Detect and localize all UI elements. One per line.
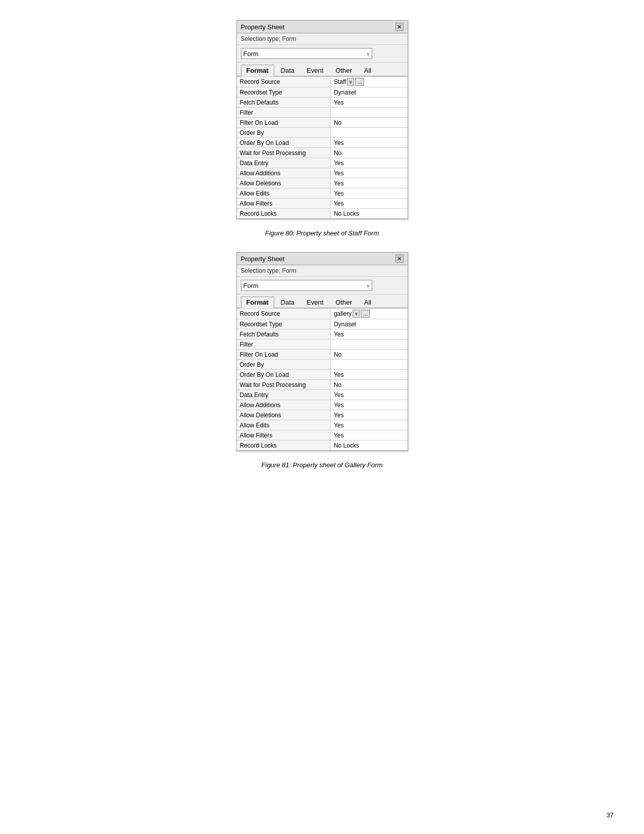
property-value: [330, 128, 407, 138]
form-dropdown-figure81[interactable]: Form ∨: [241, 280, 372, 291]
table-row: Allow Additions Yes: [237, 168, 408, 178]
property-value: Yes: [330, 97, 407, 108]
table-row: Order By: [237, 360, 408, 370]
property-value: Yes: [330, 430, 407, 440]
properties-table-figure80: Record Source Staff ∨ … Recordset Type D…: [237, 76, 408, 219]
value-with-controls: Staff ∨ …: [334, 78, 405, 86]
value-dropdown-arrow[interactable]: ∨: [353, 310, 360, 318]
property-value: gallery ∨ …: [330, 309, 407, 319]
property-value: Yes: [330, 390, 407, 400]
table-row: Allow Filters Yes: [237, 430, 408, 440]
page: Property Sheet ✕ Selection type: Form Fo…: [0, 0, 644, 834]
tab-data-figure81[interactable]: Data: [275, 297, 300, 308]
tab-other-figure80[interactable]: Other: [330, 65, 358, 76]
dropdown-arrow-icon-figure80: ∨: [366, 51, 370, 57]
tab-other-figure81[interactable]: Other: [330, 297, 358, 308]
titlebar-title-figure80: Property Sheet: [241, 23, 285, 31]
property-label: Record Source: [237, 77, 331, 87]
property-value: No Locks: [330, 440, 407, 451]
table-row: Record Locks No Locks: [237, 209, 408, 219]
tab-all-figure81[interactable]: All: [359, 297, 377, 308]
table-row: Wait for Post Processing No: [237, 380, 408, 390]
value-build-btn[interactable]: …: [355, 78, 364, 86]
property-value: No: [330, 118, 407, 128]
table-row: Data Entry Yes: [237, 158, 408, 168]
table-row: Allow Deletions Yes: [237, 178, 408, 188]
property-value: Yes: [330, 410, 407, 420]
tabs-figure80: Format Data Event Other All: [237, 63, 408, 76]
tab-event-figure80[interactable]: Event: [301, 65, 329, 76]
property-label: Order By: [237, 360, 331, 370]
close-button-figure80[interactable]: ✕: [395, 23, 404, 31]
property-label: Allow Deletions: [237, 178, 331, 188]
property-label: Filter On Load: [237, 350, 331, 360]
property-label: Order By On Load: [237, 138, 331, 148]
table-row: Allow Additions Yes: [237, 400, 408, 410]
property-label: Allow Additions: [237, 400, 331, 410]
table-row: Filter: [237, 339, 408, 350]
table-row: Filter: [237, 108, 408, 118]
table-row: Recordset Type Dynaset: [237, 319, 408, 329]
tab-event-figure81[interactable]: Event: [301, 297, 329, 308]
property-value: Dynaset: [330, 87, 407, 97]
property-value: [330, 339, 407, 350]
tab-format-figure81[interactable]: Format: [241, 297, 274, 308]
property-value: [330, 360, 407, 370]
property-label: Filter On Load: [237, 118, 331, 128]
table-row: Order By On Load Yes: [237, 370, 408, 380]
property-sheet-figure81: Property Sheet ✕ Selection type: Form Fo…: [236, 252, 408, 451]
form-dropdown-row-figure80: Form ∨: [237, 45, 408, 63]
value-dropdown-arrow[interactable]: ∨: [347, 78, 354, 86]
property-value: Yes: [330, 138, 407, 148]
property-value: Dynaset: [330, 319, 407, 329]
property-value: Staff ∨ …: [330, 77, 407, 87]
value-build-btn[interactable]: …: [361, 310, 370, 318]
form-dropdown-figure80[interactable]: Form ∨: [241, 48, 372, 59]
property-label: Allow Deletions: [237, 410, 331, 420]
property-label: Order By On Load: [237, 370, 331, 380]
table-row: Data Entry Yes: [237, 390, 408, 400]
property-sheet-figure80: Property Sheet ✕ Selection type: Form Fo…: [236, 20, 408, 219]
tabs-figure81: Format Data Event Other All: [237, 295, 408, 308]
table-row: Recordset Type Dynaset: [237, 87, 408, 97]
property-value: Yes: [330, 168, 407, 178]
table-row: Fetch Defaults Yes: [237, 329, 408, 339]
titlebar-title-figure81: Property Sheet: [241, 255, 285, 263]
tab-format-figure80[interactable]: Format: [241, 65, 274, 76]
table-row: Allow Edits Yes: [237, 420, 408, 430]
tab-data-figure80[interactable]: Data: [275, 65, 300, 76]
table-row: Allow Deletions Yes: [237, 410, 408, 420]
close-button-figure81[interactable]: ✕: [395, 255, 404, 263]
property-value: Yes: [330, 178, 407, 188]
table-row: Filter On Load No: [237, 118, 408, 128]
tab-all-figure80[interactable]: All: [359, 65, 377, 76]
property-label: Recordset Type: [237, 87, 331, 97]
table-row: Record Source gallery ∨ …: [237, 309, 408, 319]
property-label: Record Locks: [237, 209, 331, 219]
titlebar-figure81: Property Sheet ✕: [237, 253, 408, 265]
property-value: Yes: [330, 188, 407, 199]
property-value: No: [330, 148, 407, 158]
table-row: Wait for Post Processing No: [237, 148, 408, 158]
selection-type-figure80: Selection type: Form: [237, 33, 408, 45]
property-label: Data Entry: [237, 158, 331, 168]
property-label: Recordset Type: [237, 319, 331, 329]
table-row: Order By On Load Yes: [237, 138, 408, 148]
property-label: Allow Filters: [237, 199, 331, 209]
table-row: Record Source Staff ∨ …: [237, 77, 408, 87]
property-value: No Locks: [330, 209, 407, 219]
figure80-caption: Figure 80: Property sheet of Staff Form: [265, 229, 379, 237]
property-label: Record Source: [237, 309, 331, 319]
table-row: Allow Edits Yes: [237, 188, 408, 199]
table-row: Record Locks No Locks: [237, 440, 408, 451]
table-row: Fetch Defaults Yes: [237, 97, 408, 108]
figure81-caption: Figure 81: Property sheet of Gallery For…: [262, 461, 383, 469]
property-label: Wait for Post Processing: [237, 380, 331, 390]
property-value: No: [330, 350, 407, 360]
property-value: No: [330, 380, 407, 390]
dropdown-arrow-icon-figure81: ∨: [366, 283, 370, 288]
property-label: Filter: [237, 339, 331, 350]
properties-table-figure81: Record Source gallery ∨ … Recordset Type…: [237, 308, 408, 451]
property-value: [330, 108, 407, 118]
property-label: Data Entry: [237, 390, 331, 400]
